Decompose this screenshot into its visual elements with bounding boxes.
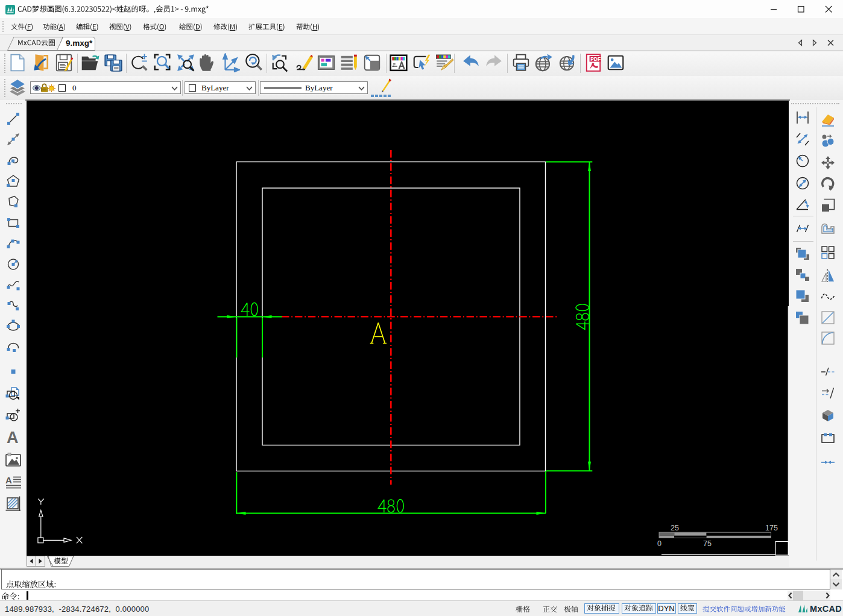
- svg-text:25: 25: [671, 524, 679, 532]
- svg-text:75: 75: [703, 539, 712, 548]
- svg-text:175: 175: [765, 524, 778, 532]
- svg-text:A: A: [5, 475, 12, 485]
- svg-text:PDF: PDF: [590, 56, 601, 62]
- svg-text:0: 0: [657, 539, 661, 548]
